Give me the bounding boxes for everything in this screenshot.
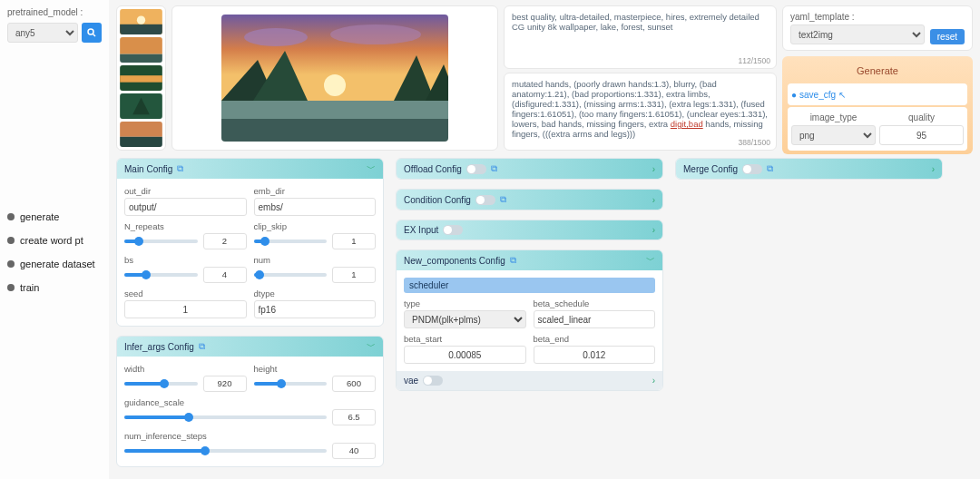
svg-point-14	[244, 28, 308, 46]
condition-config-header[interactable]: Condition Config ⧉›	[397, 190, 662, 210]
nav-generate-dataset[interactable]: generate dataset	[7, 259, 102, 269]
generate-card: Generate ● save_cfg ↖ image_type png qua…	[782, 56, 973, 154]
height-slider[interactable]	[254, 382, 328, 386]
reset-button[interactable]: reset	[930, 29, 965, 44]
infer-args-panel: Infer_args Config⧉ ﹀ width 920 height 60…	[116, 336, 384, 467]
new-components-panel: New_components Config ⧉﹀ scheduler typeP…	[396, 249, 663, 391]
preview-image	[172, 5, 498, 151]
thumbnail-strip	[116, 5, 166, 151]
svg-rect-6	[120, 54, 162, 63]
chevron-down-icon: ﹀	[367, 340, 376, 353]
beta-schedule-input[interactable]	[534, 310, 656, 328]
ex-toggle[interactable]	[443, 225, 463, 235]
emb-dir-input[interactable]	[254, 198, 377, 216]
offload-toggle[interactable]	[466, 164, 486, 174]
n-repeats-slider[interactable]	[124, 240, 198, 243]
ex-input-header[interactable]: EX Input ›	[397, 220, 662, 240]
svg-rect-5	[120, 37, 162, 54]
num-slider[interactable]	[254, 273, 328, 277]
bs-slider[interactable]	[124, 273, 198, 277]
infer-args-header[interactable]: Infer_args Config⧉ ﹀	[117, 337, 383, 357]
dtype-input[interactable]	[254, 300, 377, 318]
seed-input[interactable]	[124, 300, 247, 318]
svg-point-4	[137, 15, 145, 24]
positive-prompt[interactable]: best quality, ultra-detailed, masterpiec…	[504, 5, 777, 69]
nav-train[interactable]: train	[7, 282, 102, 293]
guidance-scale-slider[interactable]	[124, 415, 327, 419]
merge-toggle[interactable]	[742, 164, 762, 174]
condition-toggle[interactable]	[475, 195, 495, 205]
image-type-select[interactable]: png	[791, 125, 876, 145]
sidebar: pretrained_model : any5 generate create …	[0, 0, 109, 479]
beta-start-input[interactable]	[404, 346, 526, 364]
cursor-icon: ↖	[838, 90, 846, 100]
nav-generate[interactable]: generate	[7, 211, 102, 222]
steps-slider[interactable]	[124, 449, 327, 453]
yaml-template-select[interactable]: text2img	[790, 24, 925, 44]
svg-rect-18	[221, 101, 448, 119]
model-label: pretrained_model :	[7, 7, 102, 17]
yaml-label: yaml_template :	[790, 12, 925, 22]
quality-input[interactable]	[879, 125, 964, 145]
svg-point-15	[330, 24, 421, 44]
thumb-1[interactable]	[120, 9, 162, 34]
svg-rect-12	[120, 137, 162, 147]
nav-create-word-pt[interactable]: create word pt	[7, 235, 102, 246]
link-icon: ⧉	[199, 341, 205, 352]
chevron-down-icon: ﹀	[367, 162, 376, 175]
generate-button[interactable]: Generate	[788, 65, 967, 76]
thumb-4[interactable]	[120, 93, 162, 119]
thumb-5[interactable]	[120, 122, 162, 147]
pretrained-model-select[interactable]: any5	[7, 23, 78, 43]
vae-header[interactable]: vae ›	[397, 371, 662, 390]
positive-counter: 112/1500	[739, 56, 770, 65]
merge-config-header[interactable]: Merge Config ⧉›	[676, 159, 942, 179]
save-cfg-check[interactable]: ● save_cfg ↖	[791, 90, 846, 100]
main-area: best quality, ultra-detailed, masterpiec…	[109, 0, 980, 479]
svg-rect-11	[120, 122, 162, 137]
beta-end-input[interactable]	[534, 346, 656, 364]
main-config-header[interactable]: Main Config⧉ ﹀	[117, 159, 383, 179]
search-icon[interactable]	[82, 23, 102, 43]
link-icon: ⧉	[177, 163, 183, 174]
svg-point-0	[88, 29, 93, 34]
thumb-3[interactable]	[120, 65, 162, 91]
thumb-2[interactable]	[120, 37, 162, 63]
svg-rect-3	[120, 24, 162, 34]
clip-skip-slider[interactable]	[254, 240, 328, 243]
svg-line-1	[93, 34, 96, 37]
scheduler-type-select[interactable]: PNDM(plk+plms)	[404, 310, 526, 328]
offload-config-header[interactable]: Offload Config ⧉›	[397, 159, 662, 179]
svg-rect-8	[120, 75, 162, 82]
vae-toggle[interactable]	[423, 376, 443, 386]
new-components-header[interactable]: New_components Config ⧉﹀	[397, 250, 662, 270]
negative-counter: 388/1500	[739, 138, 770, 147]
scheduler-subheader[interactable]: scheduler	[404, 278, 655, 293]
negative-prompt[interactable]: mutated hands, (poorly drawn hands:1.3),…	[504, 73, 777, 151]
out-dir-input[interactable]	[124, 198, 247, 216]
width-slider[interactable]	[124, 382, 198, 386]
svg-point-16	[324, 74, 346, 96]
nav: generate create word pt generate dataset…	[7, 211, 102, 293]
main-config-panel: Main Config⧉ ﹀ out_dir emb_dir N_repeats…	[116, 158, 384, 327]
